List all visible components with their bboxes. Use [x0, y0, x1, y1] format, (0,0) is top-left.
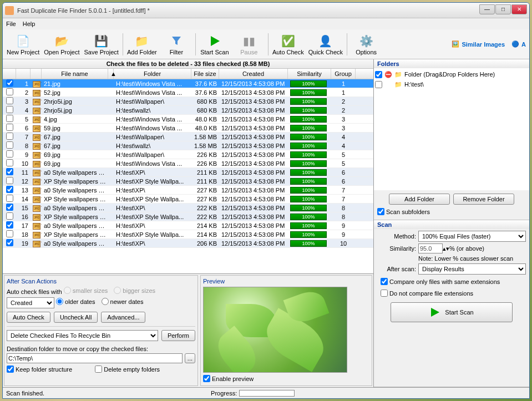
col-filename[interactable]: File name — [42, 69, 108, 79]
save-project-button[interactable]: 💾Save Project — [84, 31, 119, 58]
folder-row[interactable]: 📁 H:\test\ — [375, 79, 528, 89]
options-button[interactable]: ⚙️Options — [351, 31, 382, 58]
col-folder[interactable]: Folder — [114, 69, 191, 79]
pause-button[interactable]: ▮▮Pause — [234, 31, 265, 58]
table-row[interactable]: 5JPG4.jpgH:\test\Windows Vista ...48.0 K… — [3, 115, 373, 124]
remove-folder-btn[interactable]: Remove Folder — [453, 194, 514, 205]
table-row[interactable]: 14JPGXP Style wallpapers by AhrH:\test\X… — [3, 195, 373, 204]
big-start-scan-btn[interactable]: Start Scan — [391, 302, 513, 322]
delete-action-select[interactable]: Delete Checked Files To Recycle Bin — [7, 330, 158, 341]
table-row[interactable]: 12JPGXP Style wallpapers by AhrH:\test\X… — [3, 177, 373, 186]
menu-file[interactable]: File — [6, 21, 16, 27]
filter-button[interactable]: Filter — [161, 31, 192, 58]
add-folder-button[interactable]: 📁Add Folder — [126, 31, 158, 58]
col-created[interactable]: Created — [219, 69, 288, 79]
row-check[interactable] — [6, 115, 13, 122]
table-row[interactable]: 2JPG52.jpgH:\test\Windows Vista ...37.6 … — [3, 88, 373, 97]
folder-list[interactable]: ⛔ 📁 Folder (Drag&Drop Folders Here) 📁 H:… — [374, 68, 529, 190]
row-check[interactable] — [6, 168, 13, 175]
new-project-button[interactable]: 📄New Project — [6, 31, 40, 58]
same-ext-check[interactable] — [381, 278, 388, 285]
add-folder-btn[interactable]: Add Folder — [389, 194, 450, 205]
col-checkbox[interactable] — [3, 69, 16, 79]
no-ext-check[interactable] — [381, 290, 388, 297]
col-group[interactable]: Group — [331, 69, 356, 79]
table-row[interactable]: 4JPG2hrjo5i.jpgH:\test\wallz\680 KB12/15… — [3, 106, 373, 115]
folder-placeholder-row[interactable]: ⛔ 📁 Folder (Drag&Drop Folders Here) — [375, 69, 528, 79]
row-check[interactable] — [6, 239, 13, 246]
perform-btn[interactable]: Perform — [161, 330, 195, 341]
row-check[interactable] — [6, 79, 13, 87]
table-row[interactable]: 11JPGa0 Style wallpapers by AhrH:\test\X… — [3, 168, 373, 177]
row-check[interactable] — [6, 177, 13, 184]
dest-input[interactable] — [7, 353, 183, 363]
row-check[interactable] — [6, 150, 13, 158]
start-scan-button[interactable]: Start Scan — [199, 31, 230, 58]
uncheck-all-btn[interactable]: Uncheck All — [54, 312, 98, 323]
table-row[interactable]: 16JPGXP Style wallpapers by AhrH:\test\X… — [3, 212, 373, 221]
auto-check-button[interactable]: ✅Auto Check — [272, 31, 305, 58]
close-button[interactable]: ✕ — [511, 4, 527, 14]
bigger-radio[interactable] — [114, 287, 121, 294]
remove-icon[interactable]: ⛔ — [384, 71, 392, 78]
newer-radio[interactable] — [102, 298, 109, 305]
table-row[interactable]: 8JPG67.jpgH:\test\wallz\1.58 MB12/15/201… — [3, 141, 373, 150]
folder-check[interactable] — [375, 71, 382, 78]
audio-link[interactable]: 🔵A — [511, 40, 526, 48]
criteria-select[interactable]: Created — [7, 297, 54, 308]
row-check[interactable] — [6, 212, 13, 220]
similarity-input[interactable] — [418, 243, 443, 253]
table-row[interactable]: 18JPGXP Style wallpapers by AhrH:\test\X… — [3, 230, 373, 239]
row-check[interactable] — [6, 97, 13, 104]
results-grid[interactable]: File name ▲ Folder File size Created Sim… — [3, 69, 373, 273]
older-radio[interactable] — [56, 298, 63, 305]
col-icon[interactable] — [31, 69, 42, 79]
advanced-btn[interactable]: Advanced... — [101, 312, 145, 323]
row-check[interactable] — [6, 106, 13, 113]
row-check[interactable] — [6, 195, 13, 202]
folder-check[interactable] — [375, 81, 382, 88]
delete-empty-check[interactable] — [95, 366, 102, 373]
table-row[interactable]: 19JPGa0 Style wallpapers by AhrH:\test\X… — [3, 239, 373, 248]
menu-help[interactable]: Help — [23, 21, 36, 27]
after-scan-select[interactable]: Display Results — [418, 263, 526, 275]
quick-check-button[interactable]: 👤Quick Check — [308, 31, 343, 58]
col-number[interactable] — [16, 69, 31, 79]
separator — [123, 33, 123, 55]
row-check[interactable] — [6, 159, 13, 166]
row-check[interactable] — [6, 124, 13, 131]
table-row[interactable]: 9JPG69.jpgH:\test\Wallpaper\226 KB12/15/… — [3, 150, 373, 159]
row-check[interactable] — [6, 88, 13, 95]
maximize-button[interactable]: □ — [495, 4, 511, 14]
similar-images-link[interactable]: 🖼️Similar Images — [452, 40, 505, 48]
table-row[interactable]: 3JPG2hrjo5i.jpgH:\test\Wallpaper\680 KB1… — [3, 97, 373, 106]
table-row[interactable]: 15JPGa0 Style wallpapers by AhrH:\test\X… — [3, 204, 373, 212]
auto-check-btn[interactable]: Auto Check — [7, 312, 50, 323]
enable-preview-check[interactable] — [203, 375, 210, 382]
col-size[interactable]: File size — [191, 69, 219, 79]
table-row[interactable]: 7JPG67.jpgH:\test\Wallpaper\1.58 MB12/15… — [3, 133, 373, 141]
keep-structure-check[interactable] — [7, 366, 14, 373]
row-check[interactable] — [6, 221, 13, 229]
spinner-icon[interactable]: ▴▾ — [443, 245, 449, 252]
col-similarity[interactable]: Similarity — [288, 69, 331, 79]
row-similarity: 100% — [288, 240, 331, 247]
row-check[interactable] — [6, 204, 13, 211]
table-row[interactable]: 1JPG21.jpgH:\test\Windows Vista ...37.6 … — [3, 79, 373, 88]
row-check[interactable] — [6, 141, 13, 149]
table-row[interactable]: 10JPG69.jpgH:\test\Windows Vista ...226 … — [3, 159, 373, 168]
minimize-button[interactable]: — — [479, 4, 495, 14]
open-project-button[interactable]: 📂Open Project — [43, 31, 80, 58]
method-select[interactable]: 100% Equal Files (faster) — [418, 231, 526, 242]
table-row[interactable]: 6JPG59.jpgH:\test\Windows Vista ...48.0 … — [3, 124, 373, 133]
row-size: 222 KB — [191, 214, 219, 220]
row-check[interactable] — [6, 186, 13, 193]
table-row[interactable]: 13JPGa0 Style wallpapers by AhrH:\test\X… — [3, 186, 373, 195]
smaller-radio[interactable] — [64, 287, 71, 294]
row-check[interactable] — [6, 133, 13, 140]
titlebar: Fast Duplicate File Finder 5.0.0.1 - [un… — [3, 3, 529, 18]
row-check[interactable] — [6, 230, 13, 237]
table-row[interactable]: 17JPGa0 Style wallpapers by AhrH:\test\X… — [3, 221, 373, 230]
scan-sub-check[interactable] — [377, 208, 384, 215]
browse-dest-btn[interactable]: ... — [185, 353, 195, 363]
